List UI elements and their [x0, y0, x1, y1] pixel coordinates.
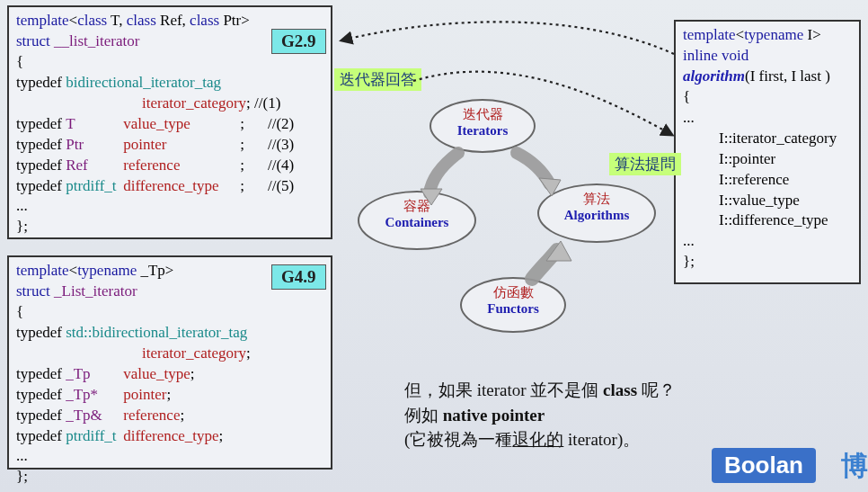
- line: typedef ptrdiff_tdifference_type;: [16, 426, 323, 447]
- bubble-cn: 仿函數: [462, 284, 564, 301]
- line: ...: [683, 231, 852, 252]
- line: typedef std::bidirectional_iterator_tag: [16, 323, 323, 344]
- version-badge-g29: G2.9: [271, 29, 326, 54]
- bubble-en: Containers: [359, 215, 474, 230]
- question-text: 但，如果 iterator 並不是個 class 呢？ 例如 native po…: [404, 378, 676, 452]
- line: typedef ptrdiff_tdifference_type;//(5): [16, 176, 323, 197]
- line: I::iterator_category: [683, 129, 852, 149]
- bubble-containers: 容器 Containers: [358, 191, 476, 250]
- line: {: [16, 302, 323, 323]
- line: typedef Refreference;//(4): [16, 156, 323, 176]
- line: I::difference_type: [683, 210, 852, 231]
- bubble-cn: 迭代器: [431, 106, 534, 123]
- line: ...: [16, 196, 323, 217]
- line: typedef _Tpvalue_type;: [16, 364, 323, 385]
- bubble-en: Iterators: [431, 123, 534, 139]
- label-iterator-answer: 迭代器回答: [334, 68, 421, 91]
- q-line2: 例如 native pointer: [404, 403, 676, 428]
- bubble-cn: 算法: [539, 191, 654, 208]
- q-line3: (它被視為一種退化的 iterator)。: [404, 427, 676, 452]
- bubble-cn: 容器: [359, 198, 474, 215]
- line: algorithm(I first, I last ): [683, 67, 852, 87]
- line: I::pointer: [683, 149, 852, 170]
- line: };: [16, 467, 323, 488]
- brand-logo-tail: 博: [841, 448, 868, 485]
- line: };: [683, 252, 852, 273]
- bubble-algorithms: 算法 Algorithms: [537, 183, 656, 243]
- line: typedef bidirectional_iterator_tag: [16, 73, 323, 94]
- line: {: [683, 87, 852, 108]
- line: ...: [683, 108, 852, 129]
- line: typedef _Tp&reference;: [16, 406, 323, 426]
- line: iterator_category;: [16, 344, 323, 364]
- svg-marker-2: [546, 241, 571, 261]
- bubble-iterators: 迭代器 Iterators: [430, 99, 536, 153]
- line: typedef _Tp*pointer;: [16, 385, 323, 406]
- line: {: [16, 52, 323, 73]
- label-algorithm-ask: 算法提問: [609, 153, 681, 175]
- line: I::value_type: [683, 191, 852, 211]
- line: typedef Tvalue_type;//(2): [16, 114, 323, 135]
- bubble-en: Algorithms: [539, 208, 654, 223]
- bubble-functors: 仿函數 Functors: [460, 277, 566, 333]
- line: template<typename I>: [683, 25, 852, 46]
- line: iterator_category; //(1): [16, 94, 323, 114]
- kw: template: [16, 12, 69, 29]
- bubble-en: Functors: [462, 301, 564, 317]
- brand-logo: Boolan: [712, 448, 816, 483]
- line: ...: [16, 446, 323, 467]
- line: I::reference: [683, 170, 852, 191]
- line: typedef Ptrpointer;//(3): [16, 135, 323, 156]
- code-box-algorithm: template<typename I> inline void algorit…: [674, 20, 861, 284]
- line: };: [16, 217, 323, 237]
- q-line1: 但，如果 iterator 並不是個 class 呢？: [404, 378, 676, 403]
- line: inline void: [683, 46, 852, 67]
- version-badge-g49: G4.9: [271, 264, 326, 290]
